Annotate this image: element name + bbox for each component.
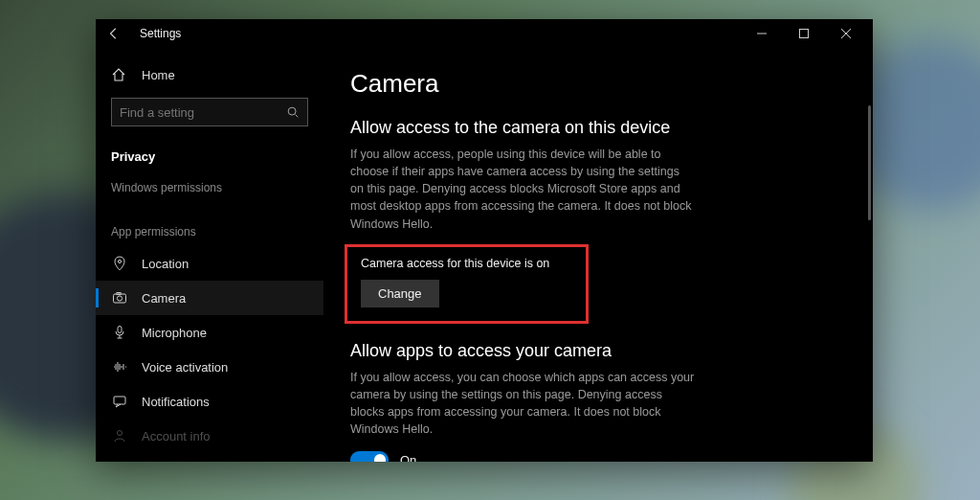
section2-body: If you allow access, you can choose whic… — [350, 369, 695, 439]
home-nav[interactable]: Home — [96, 59, 323, 90]
apps-access-toggle[interactable] — [350, 451, 389, 462]
device-access-status: Camera access for this device is on — [361, 257, 568, 270]
window-title: Settings — [140, 27, 181, 40]
search-box[interactable] — [111, 98, 308, 126]
scrollbar[interactable] — [868, 105, 871, 220]
sidebar-item-label: Account info — [142, 429, 211, 443]
change-button[interactable]: Change — [361, 280, 439, 307]
svg-rect-1 — [800, 30, 809, 38]
section1-body: If you allow access, people using this d… — [350, 146, 695, 233]
sidebar-item-microphone[interactable]: Microphone — [96, 315, 323, 350]
page-title: Camera — [350, 69, 835, 99]
sidebar-item-label: Microphone — [142, 326, 207, 340]
titlebar: Settings — [96, 19, 873, 48]
svg-rect-11 — [114, 397, 125, 404]
svg-point-8 — [117, 296, 122, 301]
sidebar-item-account-info[interactable]: Account info — [96, 419, 323, 445]
sidebar-item-notifications[interactable]: Notifications — [96, 384, 323, 419]
group-app-permissions: App permissions — [96, 216, 323, 246]
search-input[interactable] — [120, 105, 286, 120]
location-icon — [111, 256, 128, 271]
sidebar-item-location[interactable]: Location — [96, 246, 323, 281]
back-button[interactable] — [107, 27, 130, 40]
sidebar-item-voice-activation[interactable]: Voice activation — [96, 350, 323, 384]
maximize-button[interactable] — [783, 19, 825, 48]
content-pane: Camera Allow access to the camera on thi… — [323, 48, 873, 462]
camera-icon — [111, 290, 128, 306]
section2-heading: Allow apps to access your camera — [350, 341, 835, 361]
svg-point-12 — [118, 431, 122, 436]
home-label: Home — [142, 68, 175, 82]
close-button[interactable] — [825, 19, 867, 48]
account-icon — [111, 428, 128, 443]
sidebar-item-label: Voice activation — [142, 360, 228, 375]
svg-line-5 — [296, 115, 299, 118]
svg-rect-7 — [114, 294, 126, 303]
sidebar-item-label: Location — [142, 257, 189, 271]
device-access-block: Camera access for this device is on Chan… — [345, 244, 589, 324]
settings-window: Settings Home Privac — [96, 19, 873, 462]
home-icon — [111, 67, 128, 82]
group-windows-permissions[interactable]: Windows permissions — [96, 171, 323, 202]
notifications-icon — [111, 394, 128, 409]
sidebar-item-label: Notifications — [142, 395, 210, 409]
section1-heading: Allow access to the camera on this devic… — [350, 118, 835, 138]
minimize-button[interactable] — [741, 19, 783, 48]
toggle-label: On — [400, 453, 416, 462]
category-label: Privacy — [96, 140, 323, 171]
sidebar-item-label: Camera — [142, 291, 186, 306]
sidebar-item-camera[interactable]: Camera — [96, 281, 323, 315]
search-icon — [286, 105, 300, 119]
voice-icon — [111, 359, 128, 375]
svg-rect-10 — [118, 327, 122, 333]
microphone-icon — [111, 325, 128, 340]
apps-access-toggle-row: On — [350, 451, 835, 462]
sidebar: Home Privacy Windows permissions App per… — [96, 48, 323, 462]
svg-point-4 — [288, 107, 296, 115]
svg-point-6 — [118, 260, 121, 262]
